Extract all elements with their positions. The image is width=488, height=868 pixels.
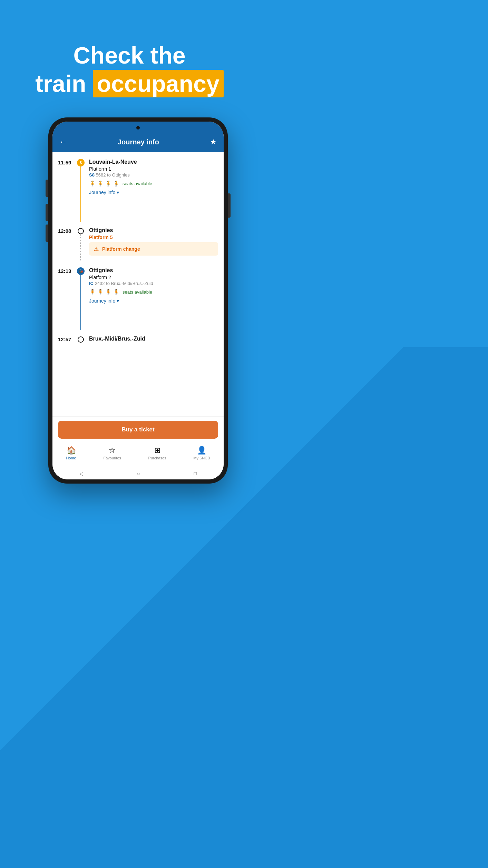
- stop-row-4: 12:57 Brux.-Midi/Brus.-Zuid: [52, 333, 224, 346]
- nav-item-home[interactable]: 🏠 Home: [66, 446, 76, 460]
- header-line1: Check the: [0, 41, 259, 70]
- journey-list: 11:59 $ Louvain-La-Neuve Platform 1 S8 5…: [52, 152, 224, 350]
- android-home-btn[interactable]: ○: [137, 471, 140, 476]
- platform-change-banner: ⚠ Platform change: [89, 242, 218, 256]
- nav-label-favourites: Favourites: [103, 456, 121, 460]
- chevron-down-icon-1: ▾: [117, 190, 119, 195]
- qr-icon: ⊞: [154, 446, 160, 455]
- seat-gray-3b: 🧍: [105, 289, 112, 295]
- chevron-down-icon-3: ▾: [117, 298, 119, 304]
- phone-screen: ← Journey info ★ 11:59 $ Louvain-La-: [52, 122, 224, 479]
- train-info-3: IC 2432 to Brux.-Midi/Brus.-Zuid: [89, 281, 218, 286]
- platform-info-2: Platform 5: [89, 235, 218, 240]
- buy-button-wrapper: Buy a ticket: [52, 416, 224, 443]
- stop-details-2: Ottignies Platform 5 ⚠ Platform change: [86, 227, 218, 256]
- nav-label-mysncb: My SNCB: [193, 456, 210, 460]
- seat-icons-1: 🧍 🧍 🧍 🧍: [89, 180, 120, 187]
- seat-gray-3a: 🧍: [97, 289, 104, 295]
- warning-icon: ⚠: [94, 246, 99, 252]
- journey-info-link-3[interactable]: Journey info ▾: [89, 298, 218, 304]
- seat-green-1: 🧍: [89, 180, 96, 187]
- stop-time-4: 12:57: [58, 336, 76, 342]
- line-segment-1: [80, 166, 81, 222]
- occupancy-label-1: seats available: [123, 181, 152, 186]
- stop-details-3: Ottignies Platform 2 IC 2432 to Brux.-Mi…: [86, 267, 218, 304]
- android-recent-btn[interactable]: □: [194, 471, 197, 476]
- train-info-1: S8 5682 to Ottignies: [89, 172, 218, 178]
- seat-gray-1b: 🧍: [105, 180, 112, 187]
- camera-dot: [136, 126, 140, 130]
- nav-item-mysncb[interactable]: 👤 My SNCB: [193, 446, 210, 460]
- stop-name-4: Brux.-Midi/Brus.-Zuid: [89, 336, 218, 342]
- buy-ticket-button[interactable]: Buy a ticket: [58, 421, 218, 439]
- stop-name-1: Louvain-La-Neuve: [89, 159, 218, 165]
- train-type-1: S8: [89, 172, 95, 178]
- stop-details-1: Louvain-La-Neuve Platform 1 S8 5682 to O…: [86, 159, 218, 195]
- app-header: ← Journey info ★: [52, 134, 224, 152]
- stop-indicator-3: 🚂: [76, 267, 86, 330]
- journey-content: 11:59 $ Louvain-La-Neuve Platform 1 S8 5…: [52, 152, 224, 416]
- occupancy-row-3: 🧍 🧍 🧍 🧍 seats available: [89, 289, 218, 295]
- bottom-nav: 🏠 Home ☆ Favourites ⊞ Purchases 👤 My SNC…: [52, 443, 224, 467]
- nav-item-favourites[interactable]: ☆ Favourites: [103, 446, 121, 460]
- nav-label-home: Home: [66, 456, 76, 460]
- stop-name-3: Ottignies: [89, 267, 218, 274]
- stop-time-3: 12:13: [58, 267, 76, 274]
- occupancy-row-1: 🧍 🧍 🧍 🧍 seats available: [89, 180, 218, 187]
- occupancy-label-3: seats available: [123, 289, 152, 295]
- platform-info-1: Platform 1: [89, 166, 218, 172]
- journey-info-text-3: Journey info: [89, 298, 115, 304]
- back-button[interactable]: ←: [59, 137, 67, 146]
- seat-icons-3: 🧍 🧍 🧍 🧍: [89, 289, 120, 295]
- page-header: Check the train occupancy: [0, 41, 259, 98]
- home-icon: 🏠: [67, 446, 76, 455]
- stop-row-3: 12:13 🚂 Ottignies Platform 2 IC 2432 to …: [52, 265, 224, 333]
- nav-item-purchases[interactable]: ⊞ Purchases: [148, 446, 166, 460]
- seat-green-3: 🧍: [89, 289, 96, 295]
- train-type-3: IC: [89, 281, 94, 286]
- stop-details-4: Brux.-Midi/Brus.-Zuid: [86, 336, 218, 343]
- phone-device: ← Journey info ★ 11:59 $ Louvain-La-: [48, 117, 228, 843]
- stop-indicator-4: [76, 336, 86, 343]
- stop-circle-3: 🚂: [77, 267, 85, 275]
- line-segment-2: [80, 234, 81, 262]
- android-nav-bar: ◁ ○ □: [52, 467, 224, 479]
- stop-indicator-1: $: [76, 159, 86, 222]
- stop-time-1: 11:59: [58, 159, 76, 165]
- star-nav-icon: ☆: [109, 446, 116, 455]
- person-nav-icon: 👤: [197, 446, 206, 455]
- seat-gray-1c: 🧍: [113, 180, 120, 187]
- stop-indicator-2: [76, 227, 86, 262]
- status-bar: [52, 122, 224, 134]
- stop-row-1: 11:59 $ Louvain-La-Neuve Platform 1 S8 5…: [52, 156, 224, 225]
- app-title: Journey info: [118, 138, 159, 146]
- stop-circle-1: $: [77, 159, 85, 166]
- seat-gray-1a: 🧍: [97, 180, 104, 187]
- favourite-button[interactable]: ★: [210, 137, 217, 146]
- stop-row-2: 12:08 Ottignies Platform 5 ⚠ Platform ch…: [52, 225, 224, 265]
- stop-circle-2: [78, 228, 84, 234]
- android-back-btn[interactable]: ◁: [79, 471, 83, 476]
- header-highlight: occupancy: [93, 70, 224, 97]
- stop-name-2: Ottignies: [89, 227, 218, 233]
- journey-info-link-1[interactable]: Journey info ▾: [89, 190, 218, 195]
- platform-info-3: Platform 2: [89, 275, 218, 280]
- platform-change-text: Platform change: [102, 246, 140, 252]
- seat-gray-3c: 🧍: [113, 289, 120, 295]
- stop-time-2: 12:08: [58, 227, 76, 234]
- stop-circle-4: [78, 336, 84, 343]
- header-line2: train occupancy: [0, 70, 259, 98]
- train-number-1: 5682 to Ottignies: [96, 172, 130, 178]
- header-line2-prefix: train: [35, 70, 92, 97]
- line-segment-3: [80, 275, 81, 330]
- train-number-3: 2432 to Brux.-Midi/Brus.-Zuid: [95, 281, 153, 286]
- phone-outer-shell: ← Journey info ★ 11:59 $ Louvain-La-: [48, 117, 228, 484]
- nav-label-purchases: Purchases: [148, 456, 166, 460]
- journey-info-text-1: Journey info: [89, 190, 115, 195]
